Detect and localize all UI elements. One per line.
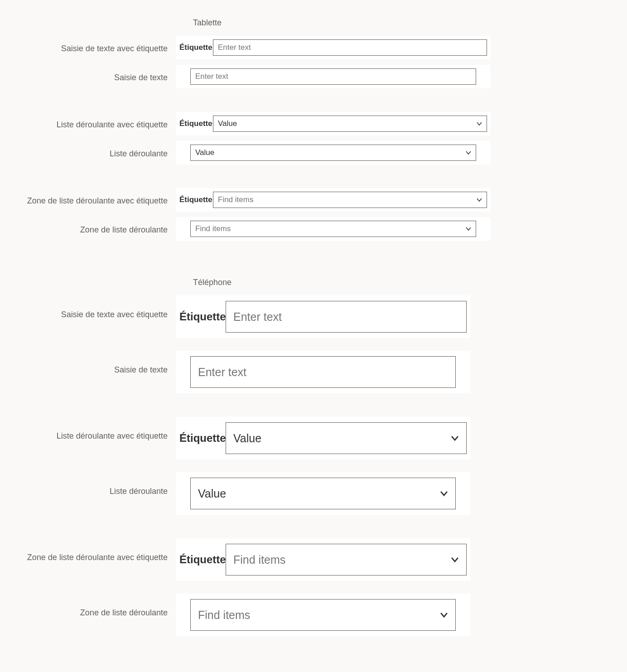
card-combo-with-label: Étiquette [176, 538, 470, 581]
text-input[interactable] [195, 72, 471, 81]
card-combo-with-label: Étiquette [176, 188, 491, 212]
card-combo-no-label [176, 594, 470, 636]
legend-combo-no-label: Zone de liste déroulante [0, 217, 176, 235]
combobox-input[interactable] [195, 224, 460, 233]
chevron-down-icon [465, 225, 472, 232]
combobox-control[interactable] [190, 599, 456, 631]
field-label: Étiquette [179, 432, 226, 445]
legend-text-no-label: Saisie de texte [0, 65, 176, 83]
combobox-input[interactable] [218, 195, 471, 204]
legend-combo-with-label: Zone de liste déroulante avec étiquette [0, 188, 176, 206]
dropdown-value: Value [198, 487, 226, 500]
legend-dropdown-with-label: Liste déroulante avec étiquette [0, 417, 176, 441]
card-dropdown-with-label: Étiquette Value [176, 112, 491, 135]
card-dropdown-no-label: Value [176, 141, 491, 164]
text-input[interactable] [233, 310, 459, 324]
legend-combo-with-label: Zone de liste déroulante avec étiquette [0, 538, 176, 563]
dropdown-control[interactable]: Value [190, 145, 476, 161]
field-label: Étiquette [179, 195, 213, 204]
section-heading-tablet: Tablette [193, 18, 627, 28]
field-label: Étiquette [179, 43, 213, 52]
combobox-control[interactable] [213, 192, 487, 208]
combobox-control[interactable] [226, 544, 467, 575]
dropdown-value: Value [233, 432, 261, 445]
card-text-no-label [176, 65, 491, 88]
chevron-down-icon [439, 488, 449, 498]
legend-combo-no-label: Zone de liste déroulante [0, 594, 176, 618]
chevron-down-icon [450, 433, 460, 443]
field-label: Étiquette [179, 310, 226, 323]
card-dropdown-with-label: Étiquette Value [176, 417, 470, 459]
card-text-with-label: Étiquette [176, 36, 491, 59]
text-input[interactable] [218, 43, 482, 52]
chevron-down-icon [450, 555, 460, 565]
legend-text-with-label: Saisie de texte avec étiquette [0, 36, 176, 54]
card-text-with-label: Étiquette [176, 295, 470, 338]
combobox-control[interactable] [190, 221, 476, 237]
text-input-control[interactable] [190, 356, 456, 388]
field-label: Étiquette [179, 119, 213, 128]
combobox-input[interactable] [198, 609, 434, 622]
dropdown-value: Value [218, 119, 237, 128]
legend-text-with-label: Saisie de texte avec étiquette [0, 295, 176, 320]
combobox-input[interactable] [233, 553, 444, 566]
legend-dropdown-with-label: Liste déroulante avec étiquette [0, 112, 176, 130]
text-input-control[interactable] [190, 68, 476, 85]
card-combo-no-label [176, 217, 491, 241]
chevron-down-icon [465, 149, 472, 156]
legend-dropdown-no-label: Liste déroulante [0, 141, 176, 159]
chevron-down-icon [439, 610, 449, 620]
legend-dropdown-no-label: Liste déroulante [0, 472, 176, 497]
chevron-down-icon [476, 120, 483, 127]
chevron-down-icon [476, 196, 483, 203]
dropdown-control[interactable]: Value [226, 422, 467, 454]
field-label: Étiquette [179, 553, 226, 566]
dropdown-control[interactable]: Value [213, 116, 487, 132]
card-dropdown-no-label: Value [176, 472, 470, 515]
legend-text-no-label: Saisie de texte [0, 351, 176, 375]
section-heading-phone: Téléphone [193, 278, 627, 287]
card-text-no-label [176, 351, 470, 393]
dropdown-value: Value [195, 148, 214, 157]
text-input-control[interactable] [213, 39, 487, 56]
text-input[interactable] [198, 366, 448, 379]
text-input-control[interactable] [226, 301, 467, 333]
dropdown-control[interactable]: Value [190, 478, 456, 509]
